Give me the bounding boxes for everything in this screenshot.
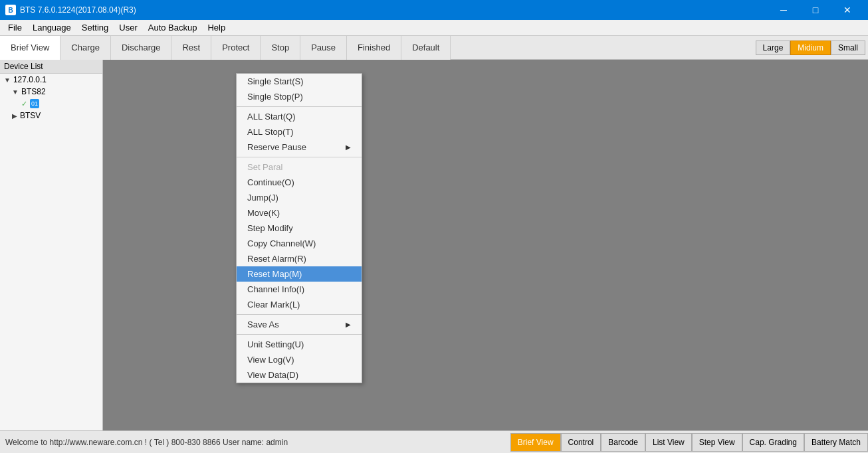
sidebar-btsv-label: BTSV: [20, 111, 41, 120]
size-buttons: Large Midium Small: [756, 41, 865, 55]
ctx-sep-4: [237, 334, 362, 335]
sidebar-header: Device List: [0, 60, 102, 74]
ctx-all-start[interactable]: ALL Start(Q): [237, 109, 362, 124]
tab-finished[interactable]: Finished: [347, 36, 401, 60]
arrow-bts82: ▼: [12, 88, 19, 96]
status-buttons: Brief View Control Barcode List View Ste…: [510, 433, 868, 452]
menu-user[interactable]: User: [114, 21, 142, 34]
ctx-continue[interactable]: Continue(O): [237, 175, 362, 190]
status-btn-control[interactable]: Control: [561, 433, 601, 452]
ctx-set-paral: Set Paral: [237, 159, 362, 175]
title-bar: B BTS 7.6.0.1224(2017.08.04)(R3) ─ □ ✕: [0, 0, 868, 20]
tab-charge[interactable]: Charge: [60, 36, 111, 60]
menu-file[interactable]: File: [3, 21, 27, 34]
context-menu: Single Start(S) Single Stop(P) ALL Start…: [236, 73, 362, 383]
ctx-single-start[interactable]: Single Start(S): [237, 74, 362, 89]
status-btn-cap-grading[interactable]: Cap. Grading: [742, 433, 804, 452]
menu-bar: File Language Setting User Auto Backup H…: [0, 20, 868, 36]
status-bar: Welcome to http://www.neware.com.cn ! ( …: [0, 430, 868, 453]
status-btn-barcode[interactable]: Barcode: [601, 433, 645, 452]
ctx-move[interactable]: Move(K): [237, 205, 362, 221]
tab-bar: Brief View Charge Discharge Rest Protect…: [0, 36, 868, 60]
ctx-unit-setting[interactable]: Unit Setting(U): [237, 337, 362, 352]
ctx-reserve-pause[interactable]: Reserve Pause ▶: [237, 139, 362, 155]
size-medium[interactable]: Midium: [790, 41, 831, 55]
content-area[interactable]: Single Start(S) Single Stop(P) ALL Start…: [103, 60, 868, 430]
ctx-step-modify[interactable]: Step Modify: [237, 221, 362, 236]
sidebar: Device List ▼ 127.0.0.1 ▼ BTS82 ✓ 01 ▶ B…: [0, 60, 103, 430]
status-btn-list-view[interactable]: List View: [645, 433, 692, 452]
maximize-button[interactable]: □: [800, 0, 831, 20]
sidebar-bts82-label: BTS82: [21, 87, 46, 96]
sidebar-item-bts82[interactable]: ▼ BTS82: [0, 86, 102, 98]
arrow-host: ▼: [4, 76, 11, 84]
ctx-reset-map[interactable]: Reset Map(M): [237, 266, 362, 282]
sidebar-item-btsv[interactable]: ▶ BTSV: [0, 110, 102, 122]
sidebar-host-label: 127.0.0.1: [13, 75, 47, 84]
ctx-sep-3: [237, 314, 362, 315]
ctx-reset-alarm[interactable]: Reset Alarm(R): [237, 251, 362, 266]
channel-icon: 01: [30, 99, 39, 108]
ctx-save-as[interactable]: Save As ▶: [237, 317, 362, 332]
submenu-arrow-reserve: ▶: [346, 143, 351, 151]
ctx-copy-channel[interactable]: Copy Channel(W): [237, 236, 362, 251]
menu-setting[interactable]: Setting: [76, 21, 114, 34]
menu-language[interactable]: Language: [27, 21, 76, 34]
ctx-sep-1: [237, 106, 362, 107]
app-icon: B: [5, 5, 16, 15]
title-bar-controls: ─ □ ✕: [768, 0, 863, 20]
minimize-button[interactable]: ─: [768, 0, 799, 20]
tab-pause[interactable]: Pause: [300, 36, 347, 60]
status-btn-brief-view[interactable]: Brief View: [510, 433, 561, 452]
ctx-view-data[interactable]: View Data(D): [237, 367, 362, 383]
menu-help[interactable]: Help: [202, 21, 231, 34]
tab-stop[interactable]: Stop: [261, 36, 300, 60]
tab-discharge[interactable]: Discharge: [111, 36, 172, 60]
submenu-arrow-save: ▶: [346, 321, 351, 328]
title-bar-text: BTS 7.6.0.1224(2017.08.04)(R3): [20, 5, 768, 15]
size-small[interactable]: Small: [831, 41, 865, 55]
ctx-clear-mark[interactable]: Clear Mark(L): [237, 297, 362, 312]
close-button[interactable]: ✕: [832, 0, 863, 20]
tab-rest[interactable]: Rest: [171, 36, 211, 60]
sidebar-item-host[interactable]: ▼ 127.0.0.1: [0, 74, 102, 86]
menu-auto-backup[interactable]: Auto Backup: [143, 21, 203, 34]
status-btn-step-view[interactable]: Step View: [692, 433, 742, 452]
tab-brief-view[interactable]: Brief View: [0, 36, 60, 60]
arrow-btsv: ▶: [12, 112, 17, 120]
size-large[interactable]: Large: [756, 41, 791, 55]
ctx-channel-info[interactable]: Channel Info(I): [237, 282, 362, 297]
ctx-all-stop[interactable]: ALL Stop(T): [237, 124, 362, 139]
status-btn-battery-match[interactable]: Battery Match: [804, 433, 868, 452]
check-icon: ✓: [21, 100, 27, 108]
tab-default[interactable]: Default: [401, 36, 451, 60]
ctx-view-log[interactable]: View Log(V): [237, 352, 362, 367]
ctx-single-stop[interactable]: Single Stop(P): [237, 89, 362, 104]
ctx-sep-2: [237, 157, 362, 157]
sidebar-item-01[interactable]: ✓ 01: [0, 98, 102, 110]
tab-protect[interactable]: Protect: [211, 36, 261, 60]
main-container: Device List ▼ 127.0.0.1 ▼ BTS82 ✓ 01 ▶ B…: [0, 60, 868, 430]
ctx-jump[interactable]: Jump(J): [237, 190, 362, 205]
status-message: Welcome to http://www.neware.com.cn ! ( …: [0, 438, 510, 447]
